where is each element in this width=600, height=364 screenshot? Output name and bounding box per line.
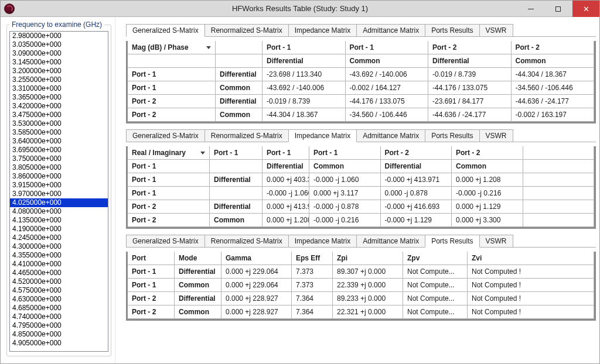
smatrix-cell: -34.560 / -106.446 <box>512 81 595 95</box>
impedance-col-mode: Common <box>309 160 381 173</box>
impedance-pad <box>523 214 595 227</box>
frequency-item[interactable]: 3.750000e+000 <box>10 154 108 163</box>
tab-generalized-s[interactable]: Generalized S-Matrix <box>126 24 205 37</box>
frequency-item[interactable]: 4.575000e+000 <box>10 286 108 295</box>
tab-admittance[interactable]: Admittance Matrix <box>356 235 425 247</box>
frequency-item[interactable]: 4.850000e+000 <box>10 330 108 339</box>
impedance-row-port: Port - 2 <box>128 214 210 227</box>
frequency-item[interactable]: 3.310000e+000 <box>10 84 108 93</box>
frequency-list[interactable]: 2.980000e+0003.035000e+0003.090000e+0003… <box>9 31 108 352</box>
frequency-item[interactable]: 3.145000e+000 <box>10 58 108 67</box>
smatrix-col-mode: Common <box>512 54 595 68</box>
tab-ports-results-active[interactable]: Ports Results <box>425 235 479 248</box>
ports-cell: Not Computed ! <box>468 265 594 279</box>
maximize-button[interactable] <box>544 1 571 17</box>
impedance-pad <box>523 146 595 160</box>
tab-generalized-s[interactable]: Generalized S-Matrix <box>126 129 205 142</box>
chevron-down-icon <box>200 152 205 154</box>
frequency-item[interactable]: 3.035000e+000 <box>10 40 108 49</box>
frequency-item[interactable]: 3.970000e+000 <box>10 190 108 198</box>
frequency-item[interactable]: 3.805000e+000 <box>10 163 108 172</box>
smatrix-row-mode: Differential <box>216 95 262 108</box>
tab-ports-results[interactable]: Ports Results <box>425 24 479 36</box>
ports-cell: Differential <box>175 292 221 305</box>
ports-cell: 22.339 +j 0.000 <box>333 279 403 292</box>
frequency-item[interactable]: 3.640000e+000 <box>10 137 108 146</box>
frequency-item[interactable]: 4.410000e+000 <box>10 260 108 269</box>
impedance-col-mode: Differential <box>262 160 309 173</box>
frequency-item[interactable]: 3.475000e+000 <box>10 111 108 119</box>
frequency-item[interactable]: 4.190000e+000 <box>10 225 108 233</box>
smatrix-cell: -44.176 / 133.075 <box>346 95 429 108</box>
smatrix-row-mode: Common <box>216 108 262 122</box>
frequency-item[interactable]: 4.135000e+000 <box>10 216 108 225</box>
frequency-item[interactable]: 4.520000e+000 <box>10 277 108 286</box>
frequency-item[interactable]: 4.795000e+000 <box>10 321 108 330</box>
frequency-item[interactable]: 4.740000e+000 <box>10 313 108 321</box>
frequency-item[interactable]: 3.255000e+000 <box>10 75 108 84</box>
frequency-item[interactable]: 4.080000e+000 <box>10 207 108 216</box>
frequency-item[interactable]: 4.685000e+000 <box>10 304 108 313</box>
frequency-item[interactable]: 3.090000e+000 <box>10 49 108 58</box>
tab-ports-results[interactable]: Ports Results <box>425 129 479 142</box>
tab-generalized-s[interactable]: Generalized S-Matrix <box>126 235 205 247</box>
frequency-item[interactable]: 3.860000e+000 <box>10 172 108 181</box>
tab-vswr[interactable]: VSWR <box>479 235 513 247</box>
tab-renormalized-s[interactable]: Renormalized S-Matrix <box>204 24 289 36</box>
close-button[interactable]: ✕ <box>572 1 599 17</box>
ports-cell: 89.307 +j 0.000 <box>333 265 403 279</box>
impedance-col-mode: Common <box>452 160 523 173</box>
frequency-item[interactable]: 3.530000e+000 <box>10 119 108 128</box>
ports-grid: PortModeGammaEps EffZpiZpvZviPort - 1Dif… <box>128 252 594 319</box>
frequency-item[interactable]: 2.980000e+000 <box>10 32 108 40</box>
smatrix-cell: -44.636 / -24.177 <box>512 95 595 108</box>
ports-header: Port <box>128 252 175 265</box>
ports-cell: Port - 1 <box>128 279 175 292</box>
tab-renormalized-s[interactable]: Renormalized S-Matrix <box>204 129 289 142</box>
minimize-button[interactable] <box>517 1 544 17</box>
smatrix-row-port: Port - 1 <box>128 81 216 95</box>
frequency-item[interactable]: 3.585000e+000 <box>10 128 108 137</box>
frequency-item[interactable]: 3.365000e+000 <box>10 93 108 102</box>
frequency-item[interactable]: 3.915000e+000 <box>10 181 108 190</box>
smatrix-section: Generalized S-Matrix Renormalized S-Matr… <box>126 24 596 123</box>
frequency-item[interactable]: 3.420000e+000 <box>10 102 108 111</box>
frequency-item[interactable]: 4.905000e+000 <box>10 339 108 348</box>
impedance-cell: -0.000 -j 0.878 <box>309 200 381 214</box>
frequency-item[interactable]: 4.465000e+000 <box>10 269 108 277</box>
impedance-row-mode <box>210 187 262 200</box>
impedance-cell: 0.000 +j 3.117 <box>309 187 381 200</box>
impedance-cell: 0.000 +j 1.129 <box>452 200 523 214</box>
impedance-cell: 0.000 +j 413.971 <box>262 200 309 214</box>
smatrix-selector[interactable]: Mag (dB) / Phase <box>128 41 216 54</box>
frequency-item[interactable]: 4.245000e+000 <box>10 233 108 242</box>
frequency-item[interactable]: 3.200000e+000 <box>10 67 108 75</box>
impedance-cell: -0.000 +j 416.693 <box>381 200 452 214</box>
smatrix-cell: -44.176 / 133.075 <box>428 81 512 95</box>
ports-cell: Port - 2 <box>128 292 175 305</box>
tab-impedance[interactable]: Impedance Matrix <box>288 235 357 247</box>
impedance-selector[interactable]: Real / Imaginary <box>128 146 210 160</box>
frequency-item[interactable]: 3.695000e+000 <box>10 146 108 154</box>
frequency-item[interactable]: 4.300000e+000 <box>10 242 108 251</box>
smatrix-col-mode: Differential <box>262 54 346 68</box>
tab-impedance[interactable]: Impedance Matrix <box>288 24 357 36</box>
frequency-item[interactable]: 4.025000e+000 <box>10 198 108 207</box>
impedance-cell: -0.000 -j 0.216 <box>309 214 381 227</box>
title-bar: HFWorks Results Table (Study: Study 1) ✕ <box>1 1 599 17</box>
smatrix-cell: -23.691 / 84.177 <box>428 95 512 108</box>
ports-cell: 0.000 +j 229.064 <box>221 279 292 292</box>
ports-cell: 22.321 +j 0.000 <box>333 305 403 319</box>
tab-renormalized-s[interactable]: Renormalized S-Matrix <box>204 235 289 247</box>
tab-impedance-active[interactable]: Impedance Matrix <box>288 129 357 142</box>
smatrix-col-port: Port - 2 <box>512 41 595 54</box>
tab-admittance[interactable]: Admittance Matrix <box>356 24 425 36</box>
tab-vswr[interactable]: VSWR <box>479 129 513 142</box>
tab-admittance[interactable]: Admittance Matrix <box>356 129 425 142</box>
tab-vswr[interactable]: VSWR <box>479 24 513 36</box>
impedance-cell: 0.000 +j 403.386 <box>262 173 309 187</box>
ports-cell: Not Computed ! <box>468 292 594 305</box>
frequency-item[interactable]: 4.630000e+000 <box>10 295 108 304</box>
frequency-item[interactable]: 4.355000e+000 <box>10 251 108 260</box>
impedance-cell: 0.000 +j 1.208 <box>452 173 523 187</box>
